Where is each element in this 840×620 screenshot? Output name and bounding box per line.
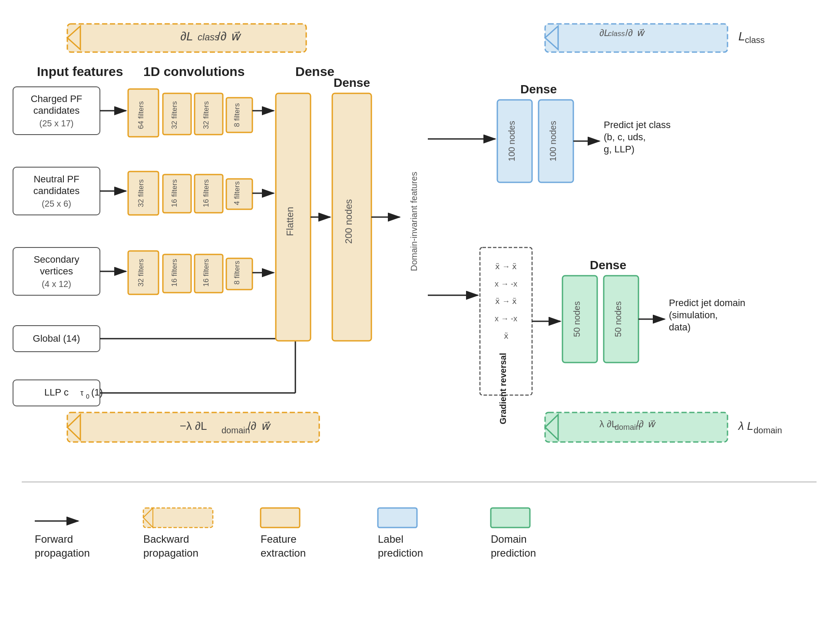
input-secondary-vertices: Secondary vertices (4 x 12) (13, 247, 100, 295)
domain-invariant-label: Domain-invariant features (409, 172, 419, 271)
svg-text:extraction: extraction (261, 547, 306, 559)
svg-text:100 nodes: 100 nodes (548, 121, 558, 161)
legend-forward-prop: Forward propagation (35, 521, 90, 559)
svg-text:16 filters: 16 filters (202, 179, 210, 207)
svg-text:w⃗: w⃗ (647, 419, 656, 429)
backprop-class-arrow-right: ∂L class /∂ w⃗ L class (545, 24, 765, 52)
conv-row2-4: 4 filters (226, 179, 252, 209)
svg-text:w⃗: w⃗ (230, 30, 241, 43)
svg-text:Charged PF: Charged PF (31, 93, 83, 104)
conv-row2-16a: 16 filters (163, 175, 191, 213)
svg-text:Domain-invariant features: Domain-invariant features (409, 172, 419, 271)
svg-text:LLP c: LLP c (44, 387, 69, 398)
svg-text:Forward: Forward (35, 533, 73, 545)
svg-text:Domain: Domain (491, 533, 527, 545)
svg-text:(simulation,: (simulation, (669, 310, 718, 320)
svg-text:Dense: Dense (590, 258, 626, 272)
backprop-domain-arrow-left: −λ ∂L domain /∂ w⃗ (67, 412, 319, 442)
svg-text:g, LLP): g, LLP) (604, 144, 635, 155)
svg-text:16 filters: 16 filters (170, 179, 179, 207)
svg-text:(4 x 12): (4 x 12) (42, 279, 71, 289)
svg-text:w⃗: w⃗ (261, 419, 271, 432)
dense-100b: 100 nodes (539, 100, 573, 182)
svg-rect-139 (491, 508, 530, 528)
svg-text:/∂: /∂ (248, 419, 256, 432)
svg-text:(b, c, uds,: (b, c, uds, (604, 132, 646, 142)
svg-text:L: L (738, 30, 745, 43)
backprop-class-arrow-left: ∂L class /∂ w⃗ (67, 24, 306, 52)
svg-text:50 nodes: 50 nodes (572, 301, 582, 337)
svg-text:x̃ → x̃: x̃ → x̃ (495, 262, 517, 271)
svg-text:τ: τ (80, 389, 83, 397)
backprop-domain-arrow-right: λ ∂L domain /∂ w⃗ λ L domain (545, 412, 782, 442)
svg-text:32 filters: 32 filters (137, 259, 145, 287)
svg-text:w⃗: w⃗ (636, 27, 645, 38)
svg-text:8 filters: 8 filters (233, 103, 241, 127)
svg-text:Dense: Dense (334, 76, 370, 89)
svg-text:candidates: candidates (33, 185, 79, 196)
gradient-reversal-box: x̃ → x̃ x → -x x̃ → x̃ x → -x x̃ Gradien… (480, 247, 532, 424)
svg-text:class: class (608, 30, 625, 38)
svg-text:100 nodes: 100 nodes (507, 121, 516, 161)
svg-text:−λ ∂L: −λ ∂L (180, 419, 207, 432)
svg-rect-129 (143, 508, 213, 528)
svg-text:Feature: Feature (261, 533, 297, 545)
svg-text:x̃: x̃ (504, 332, 509, 340)
conv-row3-16a: 16 filters (163, 254, 191, 293)
legend-feature-extraction: Feature extraction (261, 508, 306, 559)
svg-rect-136 (378, 508, 417, 528)
svg-text:64 filters: 64 filters (137, 101, 145, 129)
svg-text:Backward: Backward (143, 533, 189, 545)
conv-row1-32a: 32 filters (163, 93, 191, 135)
input-llp: LLP c τ 0 (1) (13, 380, 103, 406)
legend-backward-prop: Backward propagation (143, 508, 213, 559)
input-features-label: Input features (37, 64, 123, 79)
dense-label-top: Dense (295, 64, 334, 79)
input-global: Global (14) (13, 326, 100, 352)
svg-text:16 filters: 16 filters (170, 259, 179, 287)
svg-text:(25 x 17): (25 x 17) (40, 119, 74, 128)
svg-text:Gradient reversal: Gradient reversal (498, 353, 508, 425)
svg-text:Flatten: Flatten (284, 207, 295, 236)
conv-row1-64: 64 filters (128, 89, 159, 137)
svg-text:propagation: propagation (143, 547, 198, 559)
svg-text:32 filters: 32 filters (202, 101, 210, 129)
svg-text:0: 0 (86, 393, 89, 400)
conv-row2-32: 32 filters (128, 171, 159, 215)
svg-text:Predict jet class: Predict jet class (604, 119, 671, 130)
svg-text:32 filters: 32 filters (137, 179, 145, 207)
svg-text:32 filters: 32 filters (170, 101, 179, 129)
svg-text:propagation: propagation (35, 547, 90, 559)
input-neutral-pf: Neutral PF candidates (25 x 6) (13, 167, 100, 215)
svg-text:x̃ → x̃: x̃ → x̃ (495, 297, 517, 306)
conv-label: 1D convolutions (143, 64, 245, 79)
svg-text:class: class (198, 32, 219, 43)
conv-row3-32: 32 filters (128, 251, 159, 294)
svg-text:Label: Label (378, 533, 403, 545)
conv-row1-32b: 32 filters (195, 93, 223, 135)
diagram-container: ∂L class /∂ w⃗ ∂L class /∂ w⃗ L class In… (0, 0, 840, 620)
svg-text:200 nodes: 200 nodes (343, 199, 354, 244)
svg-text:x → -x: x → -x (495, 280, 517, 288)
svg-text:Neutral PF: Neutral PF (33, 174, 79, 185)
flatten-box: Flatten (276, 93, 311, 341)
svg-text:Global (14): Global (14) (33, 333, 80, 344)
dense-50a: 50 nodes (562, 276, 597, 363)
svg-text:class: class (745, 35, 765, 45)
svg-text:(25 x 6): (25 x 6) (42, 199, 71, 208)
dense-50b: 50 nodes (604, 276, 638, 363)
svg-text:vertices: vertices (40, 266, 73, 277)
conv-row3-8: 8 filters (226, 258, 252, 290)
dense-200-box: 200 nodes (332, 93, 371, 341)
legend-label-prediction: Label prediction (378, 508, 423, 559)
svg-text:data): data) (669, 322, 691, 333)
legend-domain-prediction: Domain prediction (491, 508, 536, 559)
svg-text:4 filters: 4 filters (233, 181, 241, 205)
svg-rect-133 (261, 508, 300, 528)
conv-row2-16b: 16 filters (195, 175, 223, 213)
conv-row1-8: 8 filters (226, 98, 252, 132)
svg-text:prediction: prediction (491, 547, 536, 559)
svg-text:domain: domain (754, 425, 782, 435)
svg-text:8 filters: 8 filters (233, 261, 241, 285)
svg-text:Dense: Dense (520, 82, 557, 96)
